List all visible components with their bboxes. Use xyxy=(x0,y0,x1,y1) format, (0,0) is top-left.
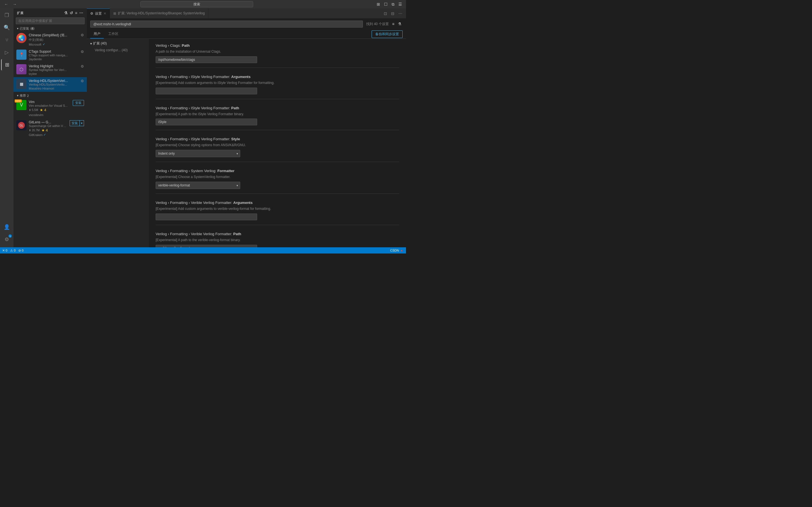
info-icon: ⊘ xyxy=(18,249,21,252)
settings-sort-icon[interactable]: ≡ xyxy=(391,21,396,27)
sidebar-item-source-control[interactable]: ⑂ xyxy=(1,34,12,46)
csdn-label: CSDN 🔺 xyxy=(390,249,404,252)
titlebar-nav: ← → xyxy=(3,1,18,7)
toggle-panel-icon[interactable]: ⧉ xyxy=(391,1,396,7)
vim-downloads: ⬇ 5.5M xyxy=(29,108,38,112)
sidebar-item-accounts[interactable]: 👤 xyxy=(1,221,12,233)
settings-filter-icon[interactable]: ⚗ xyxy=(397,21,403,27)
statusbar-csdn[interactable]: CSDN 🔺 xyxy=(390,249,404,252)
ext-desc: CTags support with naviga... xyxy=(29,54,79,57)
sort-icon[interactable]: ≡ xyxy=(75,11,78,15)
sidebar-item-search[interactable]: 🔍 xyxy=(1,22,12,33)
list-item[interactable]: GL GitLens — G... Supercharge Git within… xyxy=(13,119,87,138)
sidebar-item-explorer[interactable]: ❐ xyxy=(1,10,12,21)
gitlens-stars: ★ 4 xyxy=(42,128,48,132)
settings-search-bar: 找到 40 个设置 ≡ ⚗ xyxy=(87,18,406,30)
vim-author-row: vscodevim xyxy=(29,113,70,117)
setting-ctags-path: Verilog › Ctags: Path A path to the inst… xyxy=(156,43,399,68)
ext-gear-icon[interactable]: ⚙ xyxy=(81,79,84,83)
ext-author: Microsoft xyxy=(29,43,42,46)
sidebar-item-run[interactable]: ▷ xyxy=(1,47,12,58)
back-button[interactable]: ← xyxy=(3,1,10,7)
ctags-path-input[interactable] xyxy=(156,56,257,63)
titlebar-search-input[interactable] xyxy=(140,1,253,7)
custom-layout-button[interactable]: ⊟ xyxy=(390,11,396,16)
installed-section-header[interactable]: ▾ 已安装 4 xyxy=(13,25,87,31)
split-editor-button[interactable]: ⊡ xyxy=(382,11,389,16)
tab-extension[interactable]: ⊞ 扩展: Verilog-HDL/SystemVerilog/Bluespec… xyxy=(110,8,208,18)
list-item[interactable]: NEW V Vim Vim emulation for Visual S... … xyxy=(13,98,87,119)
refresh-icon[interactable]: ↺ xyxy=(70,11,73,15)
istyle-style-select[interactable]: Indent only ANSI K&R GNU xyxy=(156,150,240,157)
ext-gear-icon[interactable]: ⚙ xyxy=(81,64,84,68)
list-item[interactable]: ▦ Verilog-HDL/SystemVeri... Verilog-HDL/… xyxy=(13,77,87,92)
menu-icon[interactable]: ☰ xyxy=(397,1,403,7)
ext-desc: Syntax highlighter for Veri... xyxy=(29,68,79,71)
gitlens-install-button[interactable]: 安装 xyxy=(70,120,80,126)
toggle-sidebar-icon[interactable]: ☐ xyxy=(383,1,389,7)
recommended-label: 推荐 xyxy=(20,94,26,98)
setting-title: Verilog › Formatting › Verible Verilog F… xyxy=(156,201,399,205)
installed-count-badge: 4 xyxy=(30,27,35,30)
tab-settings[interactable]: ⚙ 设置 ✕ xyxy=(87,8,110,18)
setting-desc: [Experimental] Choose a SystemVerilog fo… xyxy=(156,175,399,179)
sidebar-search-area xyxy=(13,16,87,25)
more-actions-button[interactable]: ⋯ xyxy=(397,11,404,16)
vim-ext-info: Vim Vim emulation for Visual S... ⬇ 5.5M… xyxy=(29,100,70,117)
list-item[interactable]: 🌏 Chinese (Simplified) (简... 中文(简体) Micr… xyxy=(13,31,87,48)
collapse-arrow-icon: ▾ xyxy=(17,27,18,31)
ext-gear-icon[interactable]: ⚙ xyxy=(81,50,84,54)
vim-install-button[interactable]: 安装 xyxy=(73,100,84,106)
settings-tree: ▾ 扩展 (40) Verilog configur... (40) xyxy=(87,39,149,247)
split-editor-icon[interactable]: ⊞ xyxy=(375,1,381,7)
settings-search-input[interactable] xyxy=(90,20,363,27)
more-icon[interactable]: ⋯ xyxy=(79,11,84,15)
setting-desc: [Experimental] Add custom arguments to i… xyxy=(156,80,399,86)
list-item[interactable]: ⬡ Verilog Highlight Syntax highlighter f… xyxy=(13,62,87,77)
gitlens-install-area: 安装 ▾ xyxy=(70,120,84,126)
sidebar-item-settings[interactable]: ⚙ 1 xyxy=(1,234,12,245)
system-verilog-formatter-select[interactable]: verible-verilog-format None iStyle xyxy=(156,182,240,189)
titlebar: ← → ⊞ ☐ ⧉ ☰ xyxy=(0,0,406,8)
gitlens-install-dropdown[interactable]: ▾ xyxy=(80,120,84,126)
setting-title: Verilog › Formatting › IStyle Verilog Fo… xyxy=(156,106,399,110)
sidebar-title: 扩展 xyxy=(17,11,24,15)
tab-actions: ⊡ ⊟ ⋯ xyxy=(382,11,406,16)
ext-desc: Verilog-HDL/SystemVerilo... xyxy=(29,83,79,86)
istyle-style-select-wrapper: Indent only ANSI K&R GNU ▾ xyxy=(156,150,240,157)
forward-button[interactable]: → xyxy=(11,1,18,7)
tree-item-verilog[interactable]: Verilog configur... (40) xyxy=(87,47,149,53)
istyle-args-input[interactable] xyxy=(156,88,257,94)
settings-tab-close[interactable]: ✕ xyxy=(103,11,106,15)
ext-desc: 中文(简体) xyxy=(29,38,79,42)
sidebar-search-input[interactable] xyxy=(16,17,85,24)
istyle-path-input[interactable] xyxy=(156,119,257,125)
recommended-section-header[interactable]: ▾ 推荐 2 xyxy=(13,92,87,98)
sidebar-item-extensions[interactable]: ⊞ xyxy=(1,59,12,70)
statusbar-errors[interactable]: ✕ 0 xyxy=(2,249,7,252)
main-area: ❐ 🔍 ⑂ ▷ ⊞ 👤 ⚙ 1 扩展 ⚗ ↺ xyxy=(0,8,406,247)
extensions-icon: ⊞ xyxy=(5,62,9,68)
setting-desc: [Experimental] A path to the verible-ver… xyxy=(156,238,399,242)
statusbar-warnings[interactable]: ⚠ 0 xyxy=(10,249,15,252)
setting-desc: [Experimental] Add custom arguments to v… xyxy=(156,207,399,211)
gitlens-ext-info: GitLens — G... Supercharge Git within VS… xyxy=(29,120,67,136)
settings-tab-user[interactable]: 用户 xyxy=(90,30,104,39)
statusbar-info[interactable]: ⊘ 0 xyxy=(18,249,23,252)
settings-icon: ⚙ xyxy=(4,236,9,242)
sync-button[interactable]: 备份和同步设置 xyxy=(371,31,403,38)
new-badge: NEW xyxy=(15,100,22,103)
verible-args-input[interactable] xyxy=(156,214,257,220)
settings-tab-workspace[interactable]: 工作区 xyxy=(105,30,122,39)
ext-gear-icon[interactable]: ⚙ xyxy=(81,33,84,37)
settings-tab-icon: ⚙ xyxy=(90,11,93,15)
verible-path-input[interactable] xyxy=(156,245,257,247)
list-item[interactable]: 📍 CTags Support CTags support with navig… xyxy=(13,48,87,62)
tree-section-extensions[interactable]: ▾ 扩展 (40) xyxy=(87,40,149,47)
titlebar-search-area xyxy=(140,1,253,7)
activity-bar: ❐ 🔍 ⑂ ▷ ⊞ 👤 ⚙ 1 xyxy=(0,8,13,247)
filter-icon[interactable]: ⚗ xyxy=(64,11,68,15)
setting-desc: [Experimental] A path to the iStyle Veri… xyxy=(156,112,399,117)
settings-content: 找到 40 个设置 ≡ ⚗ 用户 工作区 备份和同步设置 ▾ 扩展 (40) xyxy=(87,18,406,247)
accounts-icon: 👤 xyxy=(4,224,10,230)
